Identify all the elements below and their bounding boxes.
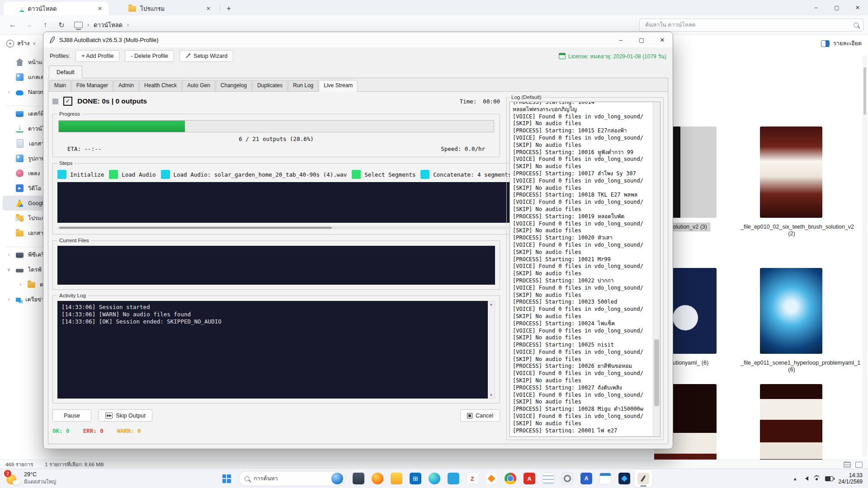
- setup-wizard-button[interactable]: Setup Wizard: [179, 50, 233, 62]
- large-icons-view-icon[interactable]: [855, 462, 863, 468]
- taskbar-app-button[interactable]: [368, 469, 387, 488]
- breadcrumb[interactable]: › ดาวน์โหลด ›: [74, 20, 129, 30]
- notebook-tab-label: Main: [54, 82, 66, 89]
- notebook-tab[interactable]: Live Stream: [319, 80, 358, 92]
- battery-icon[interactable]: [825, 476, 833, 481]
- notebook-tab[interactable]: Run Log: [288, 80, 318, 91]
- explorer-close-button[interactable]: ✕: [847, 0, 868, 15]
- expand-chevron-icon[interactable]: ›: [6, 89, 11, 94]
- scrollbar-thumb[interactable]: [59, 227, 332, 229]
- taskbar-app-button[interactable]: [406, 469, 425, 488]
- taskbar-clock[interactable]: 14:33 24/1/2569: [839, 472, 863, 485]
- explorer-search[interactable]: [639, 19, 863, 32]
- taskbar-app-button[interactable]: [577, 469, 596, 488]
- taskbar-app-button[interactable]: [615, 469, 634, 488]
- delete-profile-button[interactable]: - Delete Profile: [125, 50, 174, 62]
- dialog-title-bar[interactable]: SJ88 AutoBatch v26.5.3 (Multi-Profile) –…: [43, 32, 673, 47]
- taskbar-app-button[interactable]: [539, 469, 558, 488]
- file-tile[interactable]: _file_ep010_02_six_teeth_brush_solution_…: [738, 127, 844, 238]
- details-view-icon[interactable]: [844, 462, 851, 468]
- log-line: [VOICE] Found 0 files in vdo_long_sound/: [513, 349, 650, 356]
- explorer-maximize-button[interactable]: ▢: [826, 0, 847, 15]
- expand-chevron-icon[interactable]: ∨: [6, 267, 11, 272]
- file-tile[interactable]: _file_ep011_scene1_hyperloop_problemyaml…: [738, 268, 844, 374]
- done-checkbox[interactable]: ✓: [63, 97, 72, 106]
- stop-button[interactable]: [52, 99, 58, 104]
- explorer-tab[interactable]: โปรแกรม ✕: [112, 2, 217, 15]
- log-scrollbar[interactable]: [653, 102, 660, 436]
- tab-close-icon[interactable]: ✕: [96, 5, 104, 12]
- dialog-maximize-button[interactable]: ▢: [631, 32, 652, 47]
- scroll-up-icon[interactable]: ▲: [490, 302, 493, 306]
- add-profile-button[interactable]: + Add Profile: [75, 50, 119, 62]
- app-icon: [429, 473, 440, 484]
- step-label: Load Audio: [122, 171, 156, 178]
- profile-tab-default[interactable]: Default: [49, 66, 82, 78]
- back-button[interactable]: ←: [5, 21, 21, 29]
- details-button[interactable]: รายละเอียด: [821, 39, 862, 48]
- file-thumbnail[interactable]: [760, 268, 822, 354]
- expand-chevron-icon[interactable]: ›: [18, 282, 23, 287]
- taskbar-app-button[interactable]: [387, 469, 406, 488]
- log-line: [PROCESS] Starting: 10027 ถังดับเพลิง: [513, 385, 650, 392]
- taskbar-app-button[interactable]: [520, 469, 539, 488]
- taskbar-app-button[interactable]: [425, 469, 444, 488]
- up-button[interactable]: ↑: [37, 21, 53, 29]
- tray-chevron-up-icon[interactable]: ▲: [793, 476, 797, 481]
- clock-time: 14:33: [839, 472, 863, 479]
- dialog-minimize-button[interactable]: –: [610, 32, 631, 47]
- activity-log-scrollbar[interactable]: ▲ ▼: [488, 301, 495, 399]
- forward-button[interactable]: →: [21, 21, 37, 29]
- taskbar-app-button[interactable]: [349, 469, 368, 488]
- expand-chevron-icon[interactable]: ›: [6, 252, 11, 257]
- taskbar-app-button[interactable]: [634, 469, 653, 488]
- dialog-close-button[interactable]: ✕: [652, 32, 673, 47]
- wifi-icon[interactable]: [814, 475, 820, 482]
- notebook-tab[interactable]: Admin: [113, 80, 139, 91]
- steps-horizontal-scrollbar[interactable]: [57, 226, 511, 230]
- new-tab-button[interactable]: +: [226, 4, 231, 13]
- file-thumbnail[interactable]: [760, 127, 822, 218]
- explorer-minimize-button[interactable]: –: [806, 0, 826, 15]
- cancel-button[interactable]: Cancel: [460, 409, 500, 422]
- explorer-window-controls: – ▢ ✕: [806, 0, 868, 15]
- weather-widget[interactable]: 2 29°C มีแดดส่วนใหญ่: [0, 471, 119, 486]
- scroll-down-icon[interactable]: ▼: [490, 393, 493, 397]
- taskbar-app-button[interactable]: [596, 469, 615, 488]
- notebook-tab[interactable]: Main: [49, 80, 71, 91]
- taskbar-app-button[interactable]: [558, 469, 577, 488]
- notebook-tabs: Main File Manager Admin Health Check: [48, 78, 668, 92]
- new-button[interactable]: + สร้าง ∨: [6, 39, 36, 48]
- notebook-tab[interactable]: Health Check: [139, 80, 182, 91]
- log-line: [VOICE] Found 0 files in vdo_long_sound/: [513, 242, 650, 249]
- log-output[interactable]: [PROCESS] Starting: 10014หลอดไฟทรงกระบอก…: [510, 102, 653, 433]
- volume-icon[interactable]: [803, 476, 808, 481]
- taskbar-app-button[interactable]: [482, 469, 501, 488]
- scrollbar-thumb[interactable]: [863, 67, 866, 115]
- breadcrumb-segment[interactable]: ดาวน์โหลด: [94, 20, 123, 30]
- explorer-scrollbar[interactable]: [863, 55, 867, 457]
- search-input[interactable]: [644, 21, 854, 28]
- refresh-button[interactable]: ↻: [53, 21, 70, 29]
- notebook-tab[interactable]: File Manager: [71, 80, 113, 91]
- details-label: รายละเอียด: [833, 39, 862, 48]
- tab-close-icon[interactable]: ✕: [204, 5, 212, 12]
- dialog-content-panel: Main File Manager Admin Health Check: [48, 78, 668, 444]
- expand-chevron-icon[interactable]: ›: [6, 297, 11, 302]
- taskbar-app-button[interactable]: [463, 469, 482, 488]
- taskbar-app-button[interactable]: [501, 469, 520, 488]
- notebook-tab[interactable]: Changelog: [216, 80, 252, 91]
- notebook-tab[interactable]: Duplicates: [252, 80, 288, 91]
- log-line: [VOICE] Found 0 files in vdo_long_sound/: [513, 178, 650, 185]
- taskbar-search[interactable]: การค้นหา: [239, 471, 345, 486]
- activity-log-panel[interactable]: [14:33:06] Session started[14:33:06] [WA…: [57, 301, 488, 399]
- pause-button[interactable]: Pause: [52, 409, 91, 422]
- log-line: [VOICE] Found 0 files in vdo_long_sound/: [513, 199, 650, 206]
- notebook-tab[interactable]: Auto Gen: [182, 80, 215, 91]
- screen: ↓ ดาวน์โหลด ✕ โปรแกรม ✕ + – ▢ ✕: [0, 0, 868, 488]
- explorer-tab[interactable]: ↓ ดาวน์โหลด ✕: [4, 2, 108, 15]
- scrollbar-thumb[interactable]: [654, 339, 659, 406]
- start-button[interactable]: [218, 470, 235, 487]
- taskbar-app-button[interactable]: [444, 469, 463, 488]
- skip-output-button[interactable]: ▶▶ Skip Output: [99, 409, 152, 422]
